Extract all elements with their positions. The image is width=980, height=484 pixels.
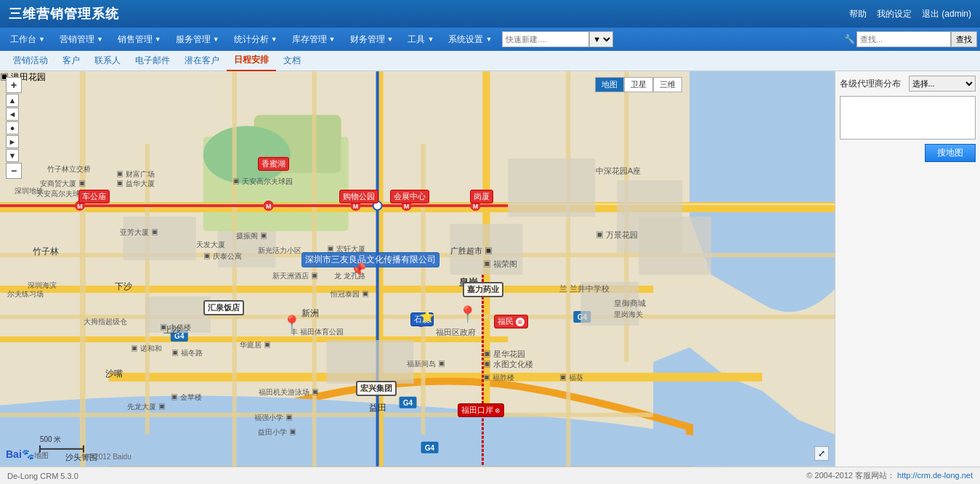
top-links: 帮助 我的设定 退出 (admin) bbox=[849, 8, 971, 20]
pan-right-button[interactable]: ► bbox=[6, 135, 19, 148]
label-zhuzilin-subway: 竹子林立交桥 bbox=[47, 164, 91, 174]
label-shopping-park: 购物公园 bbox=[339, 190, 378, 203]
label-futian-kou: 福田口岸 ⊗ bbox=[458, 403, 504, 417]
sub-nav-marketing-activity[interactable]: 营销活动 bbox=[6, 51, 55, 71]
sub-nav-customer[interactable]: 客户 bbox=[55, 51, 87, 71]
label-xinghualong: ▣ 星华花园 bbox=[483, 349, 525, 360]
sub-nav-email[interactable]: 电子邮件 bbox=[128, 51, 177, 71]
map-type-buttons: 地图 卫星 三维 bbox=[595, 77, 682, 92]
map-type-map[interactable]: 地图 bbox=[595, 77, 624, 92]
label-tianan-yuan: ▣ 天安高尔夫球园 bbox=[232, 177, 293, 187]
search-input[interactable] bbox=[857, 31, 951, 47]
sub-nav-potential[interactable]: 潜在客户 bbox=[177, 51, 227, 71]
map-expand-button[interactable]: ⤢ bbox=[814, 446, 829, 461]
content-area: G4 G4 G4 G4 M M M M bbox=[0, 71, 980, 467]
pin-shixia-star[interactable]: ⭐ bbox=[420, 310, 434, 323]
map-type-satellite[interactable]: 卫星 bbox=[624, 77, 653, 92]
label-guangguang: 新光活力小区 bbox=[258, 246, 301, 256]
nav-sales[interactable]: 销售管理▼ bbox=[110, 28, 169, 51]
label-fuxin: 福新间岛 ▣ bbox=[407, 359, 445, 369]
label-zhuzilin: 竹子林 bbox=[33, 246, 59, 258]
quick-create-select[interactable]: ▼ bbox=[589, 31, 613, 47]
label-ligan: 里岗海关 bbox=[614, 310, 643, 320]
sub-nav-docs[interactable]: 文档 bbox=[276, 51, 308, 71]
svg-text:M: M bbox=[473, 203, 478, 210]
pan-center-button[interactable]: ● bbox=[6, 121, 19, 134]
nav-workbench[interactable]: 工作台▼ bbox=[3, 28, 52, 51]
pan-down-button[interactable]: ▼ bbox=[6, 149, 19, 162]
help-link[interactable]: 帮助 bbox=[849, 8, 867, 20]
pin-company[interactable]: 📌 bbox=[350, 262, 366, 278]
label-jiali: 嘉力药业 bbox=[463, 282, 503, 297]
label-lanjing: 兰 兰井中学校 bbox=[559, 283, 610, 294]
svg-text:M: M bbox=[266, 203, 271, 210]
nav-finance[interactable]: 财务管理▼ bbox=[343, 28, 401, 51]
map-type-3d[interactable]: 三维 bbox=[653, 77, 682, 92]
nav-inventory[interactable]: 库存管理▼ bbox=[285, 28, 343, 51]
nav-tools[interactable]: 工具▼ bbox=[400, 28, 441, 51]
svg-text:G4: G4 bbox=[425, 444, 435, 452]
label-dazhan: 大拇指超级仓 bbox=[84, 317, 127, 327]
pin-huanggang[interactable]: 📍 bbox=[458, 305, 477, 324]
label-yitian: 益田 bbox=[369, 402, 386, 414]
map-area[interactable]: G4 G4 G4 G4 M M M M bbox=[0, 71, 835, 467]
zoom-out-button[interactable]: − bbox=[6, 163, 22, 179]
svg-rect-35 bbox=[123, 217, 196, 260]
svg-text:G4: G4 bbox=[403, 399, 413, 407]
nav-statistics[interactable]: 统计分析▼ bbox=[227, 28, 285, 51]
svg-point-3 bbox=[203, 126, 291, 184]
settings-link[interactable]: 我的设定 bbox=[877, 8, 912, 20]
label-shazui: 沙嘴 bbox=[105, 368, 123, 380]
label-wangjing: ▣ 万景花园 bbox=[596, 230, 638, 241]
footer-website[interactable]: http://crm.de-long.net bbox=[897, 471, 973, 480]
label-yitian-xiao: 益田小学 ▣ bbox=[258, 427, 296, 437]
nav-system[interactable]: 系统设置▼ bbox=[441, 28, 499, 51]
label-xianlong: 先龙大厦 ▣ bbox=[127, 402, 166, 412]
svg-rect-41 bbox=[639, 217, 711, 275]
pin-fuqiang[interactable]: 📍 bbox=[282, 315, 301, 334]
label-company: 深圳市三友良品文化传播有限公司 bbox=[301, 252, 440, 267]
quick-create-input[interactable] bbox=[502, 31, 589, 47]
right-panel-search-box[interactable] bbox=[840, 96, 976, 140]
label-huating: 华庭居 ▣ bbox=[240, 340, 271, 350]
pan-left-button[interactable]: ◄ bbox=[6, 108, 19, 121]
label-qingtai: ▣ 庆泰公寓 bbox=[203, 251, 242, 262]
svg-text:M: M bbox=[404, 203, 409, 210]
right-panel-select[interactable]: 选择... bbox=[909, 76, 976, 92]
footer: De-Long CRM 5.3.0 © 2004-2012 客服网站： http… bbox=[0, 467, 980, 484]
label-huangdi: 皇御商城 bbox=[614, 298, 646, 309]
label-hongxing: 宏兴集团 bbox=[356, 381, 397, 396]
right-panel-title: 各级代理商分布 bbox=[840, 78, 906, 90]
search-icon: 🔧 bbox=[844, 34, 855, 44]
scale-text: 500 米 bbox=[40, 435, 61, 445]
footer-copyright: © 2004-2012 客服网站： bbox=[806, 471, 895, 480]
search-map-button[interactable]: 搜地图 bbox=[925, 144, 976, 162]
search-button[interactable]: 查找 bbox=[951, 31, 977, 47]
top-bar: 三维营销管理系统 帮助 我的设定 退出 (admin) bbox=[0, 0, 980, 28]
label-fukui: ▣ 福葵 bbox=[559, 373, 583, 383]
label-huiquan: 汇泉饭店 bbox=[203, 300, 244, 315]
label-fusheng: ▣ 福胜楼 bbox=[483, 373, 514, 383]
label-fuda: ▣ 福冬路 bbox=[171, 348, 203, 358]
sub-nav-contact[interactable]: 联系人 bbox=[87, 51, 128, 71]
sub-nav: 营销活动 客户 联系人 电子邮件 潜在客户 日程安排 文档 bbox=[0, 51, 980, 71]
map-canvas: G4 G4 G4 G4 M M M M bbox=[0, 71, 835, 467]
footer-right: © 2004-2012 客服网站： http://crm.de-long.net bbox=[806, 470, 973, 481]
svg-rect-16 bbox=[232, 71, 237, 467]
label-xiasha: 下沙 bbox=[115, 281, 132, 293]
label-shenzhen-note: 尔夫练习场 bbox=[7, 289, 44, 299]
label-futian-mech: 福田机关游泳场 ▣ bbox=[259, 387, 319, 398]
svg-rect-19 bbox=[421, 144, 425, 435]
nav-marketing[interactable]: 营销管理▼ bbox=[52, 28, 110, 51]
baidu-logo: Bai🐾地图 bbox=[6, 448, 49, 461]
search-area: 🔧 查找 bbox=[844, 31, 977, 47]
nav-service[interactable]: 服务管理▼ bbox=[169, 28, 227, 51]
logout-link[interactable]: 退出 (admin) bbox=[922, 8, 971, 20]
sub-nav-schedule[interactable]: 日程安排 bbox=[227, 51, 276, 71]
zoom-in-button[interactable]: + bbox=[6, 77, 22, 93]
footer-version: De-Long CRM 5.3.0 bbox=[7, 472, 78, 480]
svg-text:M: M bbox=[353, 203, 358, 210]
label-yafang: 亚芳大厦 ▣ bbox=[120, 227, 158, 238]
label-qingchuan: 摄振阁 ▣ bbox=[236, 231, 267, 241]
pan-up-button[interactable]: ▲ bbox=[6, 94, 19, 107]
